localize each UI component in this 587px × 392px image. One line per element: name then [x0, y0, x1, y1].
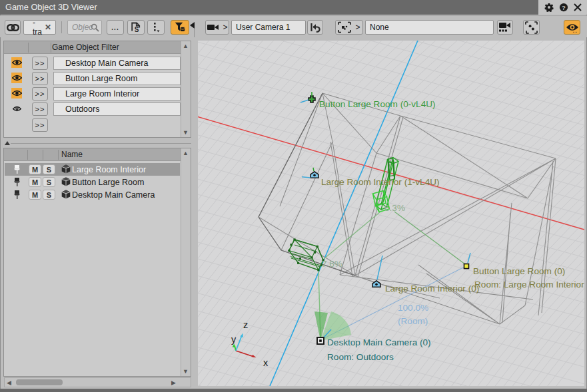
svg-text:S: S — [135, 26, 139, 33]
svg-text:?: ? — [562, 4, 566, 11]
